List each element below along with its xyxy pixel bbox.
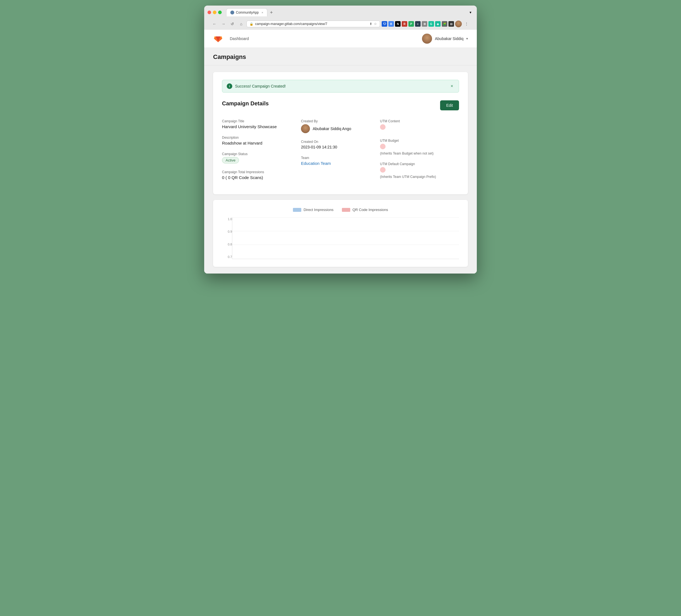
impressions-value: 0 ( 0 QR Code Scans) (222, 175, 296, 180)
split-screen-icon[interactable]: ⊟ (449, 21, 454, 27)
legend-qr: QR Code Impressions (342, 208, 388, 212)
grid-line-1 (232, 217, 459, 218)
address-bar[interactable]: 🔒 ⬆ ☆ (247, 21, 380, 27)
tab-close-button[interactable]: × (261, 11, 263, 14)
creator-row: Abubakar Siddiq Ango (301, 124, 374, 133)
description-label: Description (222, 136, 296, 139)
header-left: Dashboard (213, 33, 249, 44)
ext-dark-icon[interactable]: ≡ (415, 21, 421, 27)
created-on-label: Created On (301, 140, 374, 144)
detail-column-2: Created By Abubakar Siddiq Ango Created … (301, 119, 380, 187)
close-banner-button[interactable]: × (450, 84, 454, 89)
description-value: Roadshow at Harvard (222, 141, 296, 145)
campaign-title-group: Campaign Title Harvard University Showca… (222, 119, 296, 129)
utm-default-group: UTM Default Campaign (Inherits Team UTM … (380, 162, 453, 179)
grammarly-icon[interactable]: G (428, 21, 434, 27)
extension-icons: 🛡 B N R P ≡ ⚙ G ◈ 🧩 ⊟ ⋮ (382, 20, 470, 28)
creator-avatar (301, 124, 310, 133)
chart-area: 1.0 0.9 0.8 0.7 (222, 217, 459, 259)
utm-content-label: UTM Content (380, 119, 453, 123)
detail-column-1: Campaign Title Harvard University Showca… (222, 119, 301, 187)
status-group: Campaign Status Active (222, 152, 296, 163)
campaign-title-value: Harvard University Showcase (222, 124, 296, 129)
created-on-value: 2023-01-09 14:21:30 (301, 145, 374, 149)
user-profile-icon[interactable] (455, 21, 462, 27)
browser-more-button[interactable]: ⋮ (463, 20, 470, 28)
y-label-1-0: 1.0 (222, 217, 232, 221)
back-button[interactable]: ← (211, 20, 218, 28)
created-on-group: Created On 2023-01-09 14:21:30 (301, 140, 374, 149)
url-input[interactable] (255, 22, 368, 26)
main-content: i Success! Campaign Created! × Campaign … (204, 65, 477, 273)
status-label: Campaign Status (222, 152, 296, 156)
chart-card: Direct Impressions QR Code Impressions 1… (213, 200, 468, 267)
browser-tab[interactable]: CommunityApp × (226, 8, 267, 17)
bookmark-icon[interactable]: ☆ (374, 22, 377, 26)
utm-budget-group: UTM Budget (Inherits Team Budget when no… (380, 139, 453, 155)
y-label-0-9: 0.9 (222, 230, 232, 233)
page-title-area: Campaigns (204, 48, 477, 65)
utm-default-note: (Inherits Team UTM Campaign Prefix) (380, 175, 453, 179)
home-button[interactable]: ⌂ (237, 20, 245, 28)
utm-budget-dot (380, 144, 385, 149)
ext-red-icon[interactable]: R (402, 21, 407, 27)
new-tab-button[interactable]: + (267, 9, 275, 17)
team-label: Team (301, 156, 374, 160)
utm-content-group: UTM Content (380, 119, 453, 132)
impressions-group: Campaign Total Impressions 0 ( 0 QR Code… (222, 170, 296, 180)
y-label-0-7: 0.7 (222, 255, 232, 259)
legend-qr-label: QR Code Impressions (352, 208, 388, 212)
created-by-group: Created By Abubakar Siddiq Ango (301, 119, 374, 133)
legend-qr-color (342, 208, 350, 212)
user-avatar (422, 34, 432, 44)
ext-green-icon[interactable]: P (408, 21, 414, 27)
utm-content-dot (380, 124, 385, 130)
details-header: Campaign Details Edit (222, 100, 459, 110)
user-menu[interactable]: Abubakar Siddiq ▾ (422, 34, 468, 44)
utm-default-label: UTM Default Campaign (380, 162, 453, 166)
share-icon[interactable]: ⬆ (370, 22, 372, 26)
legend-direct-color (293, 208, 301, 212)
dashboard-link[interactable]: Dashboard (230, 36, 249, 41)
legend-direct: Direct Impressions (293, 208, 333, 212)
edit-button[interactable]: Edit (440, 100, 459, 110)
team-group: Team Education Team (301, 156, 374, 166)
details-grid: Campaign Title Harvard University Showca… (222, 119, 459, 187)
success-banner-content: i Success! Campaign Created! (227, 83, 286, 89)
creator-name: Abubakar Siddiq Ango (313, 127, 351, 131)
y-axis: 1.0 0.9 0.8 0.7 (222, 217, 232, 259)
page-title: Campaigns (213, 53, 468, 61)
refresh-button[interactable]: ↺ (229, 20, 236, 28)
ext-teal-icon[interactable]: ◈ (435, 21, 440, 27)
maximize-window-button[interactable] (218, 10, 222, 14)
campaign-title-label: Campaign Title (222, 119, 296, 123)
tab-title: CommunityApp (236, 10, 259, 15)
legend-direct-label: Direct Impressions (303, 208, 333, 212)
browser-menu-button[interactable]: ▾ (468, 9, 474, 16)
app-header: Dashboard Abubakar Siddiq ▾ (204, 30, 477, 48)
section-title: Campaign Details (222, 100, 269, 107)
ext-blue-icon[interactable]: B (388, 21, 394, 27)
grid-line-3 (232, 245, 459, 245)
impressions-label: Campaign Total Impressions (222, 170, 296, 174)
success-banner: i Success! Campaign Created! × (222, 80, 459, 92)
y-label-0-8: 0.8 (222, 243, 232, 246)
chart-plot (232, 217, 459, 259)
notion-icon[interactable]: N (395, 21, 401, 27)
chart-legend: Direct Impressions QR Code Impressions (222, 208, 459, 212)
ext-gray-icon[interactable]: ⚙ (422, 21, 427, 27)
campaign-details-card: i Success! Campaign Created! × Campaign … (213, 72, 468, 194)
puzzle-icon[interactable]: 🧩 (442, 21, 447, 27)
minimize-window-button[interactable] (213, 10, 217, 14)
team-link[interactable]: Education Team (301, 161, 331, 166)
status-badge: Active (222, 157, 239, 163)
tab-favicon (230, 10, 234, 15)
success-icon: i (227, 83, 232, 89)
bitwarden-icon[interactable]: 🛡 (382, 21, 387, 27)
user-name-label: Abubakar Siddiq (435, 36, 463, 41)
gitlab-logo[interactable] (213, 33, 223, 44)
description-group: Description Roadshow at Harvard (222, 136, 296, 145)
created-by-label: Created By (301, 119, 374, 123)
close-window-button[interactable] (207, 10, 211, 14)
forward-button[interactable]: → (220, 20, 227, 28)
